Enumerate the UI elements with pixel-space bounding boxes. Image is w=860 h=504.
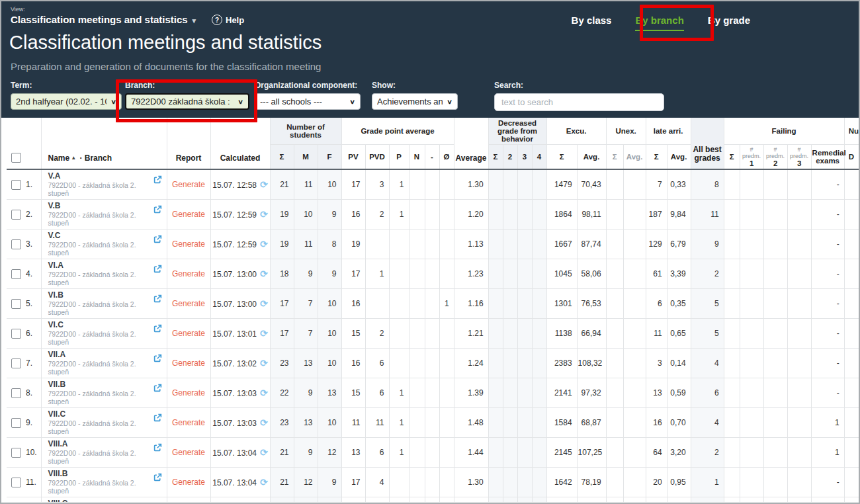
class-name: VII.A xyxy=(48,351,151,359)
refresh-icon[interactable]: ⟳ xyxy=(260,179,268,190)
external-link-icon[interactable] xyxy=(153,324,162,333)
branch-name: 7922D00 - základná škola 2. stupeň xyxy=(48,479,151,495)
cell-behavior-2 xyxy=(503,378,517,408)
cell-failing-predm-2 xyxy=(763,497,787,503)
cell-late-sum: 3 xyxy=(646,349,667,378)
term-select[interactable]: 2nd halfyear (02.02. - 10.( ∨ xyxy=(11,93,122,110)
row-checkbox[interactable] xyxy=(11,180,21,190)
refresh-icon[interactable]: ⟳ xyxy=(260,269,268,279)
generate-link[interactable]: Generate xyxy=(172,418,205,427)
cell-male: 13 xyxy=(294,349,318,378)
view-selector[interactable]: Classification meetings and statistics▾ xyxy=(11,14,196,25)
external-link-icon[interactable] xyxy=(153,175,162,184)
refresh-icon[interactable]: ⟳ xyxy=(260,477,268,487)
tab-by-branch[interactable]: By branch xyxy=(635,15,683,26)
cell-failing-predm-3 xyxy=(787,497,811,503)
row-checkbox[interactable] xyxy=(11,418,21,428)
external-link-icon[interactable] xyxy=(153,205,162,214)
generate-link[interactable]: Generate xyxy=(172,239,205,249)
row-checkbox[interactable] xyxy=(11,448,21,458)
row-number: 2. xyxy=(26,210,32,219)
cell-partial xyxy=(844,468,859,497)
external-link-icon[interactable] xyxy=(153,265,162,273)
cell-pvd: 6 xyxy=(365,349,389,378)
refresh-icon[interactable]: ⟳ xyxy=(260,298,268,309)
row-checkbox[interactable] xyxy=(11,358,21,368)
external-link-icon[interactable] xyxy=(153,235,162,243)
generate-link[interactable]: Generate xyxy=(172,388,205,398)
class-name: VIII.A xyxy=(48,440,151,448)
cell-failing-predm-1 xyxy=(740,319,763,349)
cell-behavior-2 xyxy=(503,319,517,349)
calculated-timestamp: 15.07. 13:03 xyxy=(212,419,257,428)
cell-failing-predm-2 xyxy=(763,378,787,408)
cell-unexcused-sum xyxy=(606,438,623,468)
tab-by-grade[interactable]: By grade xyxy=(708,15,750,26)
column-header-report: Report xyxy=(167,118,210,169)
external-link-icon[interactable] xyxy=(153,413,162,422)
refresh-icon[interactable]: ⟳ xyxy=(260,239,268,249)
search-input[interactable] xyxy=(494,93,664,111)
row-checkbox[interactable] xyxy=(11,210,21,220)
refresh-icon[interactable]: ⟳ xyxy=(260,209,268,220)
external-link-icon[interactable] xyxy=(153,443,162,452)
cell-pv: 15 xyxy=(341,497,365,503)
cell-phi xyxy=(439,468,454,497)
help-link[interactable]: ? Help xyxy=(212,15,244,25)
chevron-down-icon: ∨ xyxy=(447,98,452,105)
generate-link[interactable]: Generate xyxy=(172,329,205,338)
generate-link[interactable]: Generate xyxy=(172,269,205,278)
cell-female: 9 xyxy=(318,468,341,497)
generate-link[interactable]: Generate xyxy=(172,478,205,487)
row-checkbox[interactable] xyxy=(11,299,21,309)
column-header-failing-sum: Σ xyxy=(724,145,740,170)
row-checkbox[interactable] xyxy=(11,478,21,487)
cell-behavior-sum xyxy=(488,438,503,468)
cell-pv: 15 xyxy=(341,378,365,408)
cell-pvd xyxy=(365,289,389,319)
organizational-component-select[interactable]: --- all schools --- ∨ xyxy=(255,93,361,110)
cell-failing-sum xyxy=(724,289,740,319)
generate-link[interactable]: Generate xyxy=(172,299,205,308)
cell-male: 9 xyxy=(294,378,318,408)
cell-late-sum: 111 xyxy=(646,497,667,503)
generate-link[interactable]: Generate xyxy=(172,358,205,368)
generate-link[interactable]: Generate xyxy=(172,180,205,189)
cell-p: 1 xyxy=(389,169,409,200)
column-header-excused-avg: Avg. xyxy=(577,145,606,170)
cell-pv: 17 xyxy=(341,468,365,497)
cell-unexcused-sum xyxy=(606,289,623,319)
refresh-icon[interactable]: ⟳ xyxy=(260,388,268,398)
external-link-icon[interactable] xyxy=(153,354,162,362)
cell-sum: 18 xyxy=(270,259,294,289)
cell-pv: 16 xyxy=(341,200,365,230)
row-checkbox[interactable] xyxy=(11,388,21,398)
cell-failing-sum xyxy=(724,438,740,468)
tab-by-class[interactable]: By class xyxy=(572,15,612,26)
cell-unexcused-avg xyxy=(623,497,646,503)
row-checkbox[interactable] xyxy=(11,329,21,339)
cell-failing-predm-3 xyxy=(787,468,811,497)
row-checkbox[interactable] xyxy=(11,269,21,279)
cell-male: 11 xyxy=(294,169,318,200)
refresh-icon[interactable]: ⟳ xyxy=(260,328,268,339)
external-link-icon[interactable] xyxy=(153,473,162,482)
column-header-name-branch[interactable]: Name▲ · Branch xyxy=(41,118,167,169)
cell-behavior-2 xyxy=(503,438,517,468)
generate-link[interactable]: Generate xyxy=(172,448,205,457)
refresh-icon[interactable]: ⟳ xyxy=(260,358,268,368)
show-select[interactable]: Achievements and attend ∨ xyxy=(372,93,458,110)
cell-behavior-2 xyxy=(503,259,517,289)
external-link-icon[interactable] xyxy=(153,384,162,392)
cell-late-sum: 129 xyxy=(646,230,667,259)
branch-select[interactable]: 7922D00 základná škola : ∨ xyxy=(125,93,249,110)
generate-link[interactable]: Generate xyxy=(172,210,205,219)
term-label: Term: xyxy=(11,81,122,90)
external-link-icon[interactable] xyxy=(153,294,162,303)
select-all-checkbox[interactable] xyxy=(11,153,21,163)
cell-behavior-sum xyxy=(488,468,503,497)
refresh-icon[interactable]: ⟳ xyxy=(260,417,268,428)
cell-behavior-3 xyxy=(517,497,532,503)
row-checkbox[interactable] xyxy=(11,239,21,249)
refresh-icon[interactable]: ⟳ xyxy=(260,447,268,458)
